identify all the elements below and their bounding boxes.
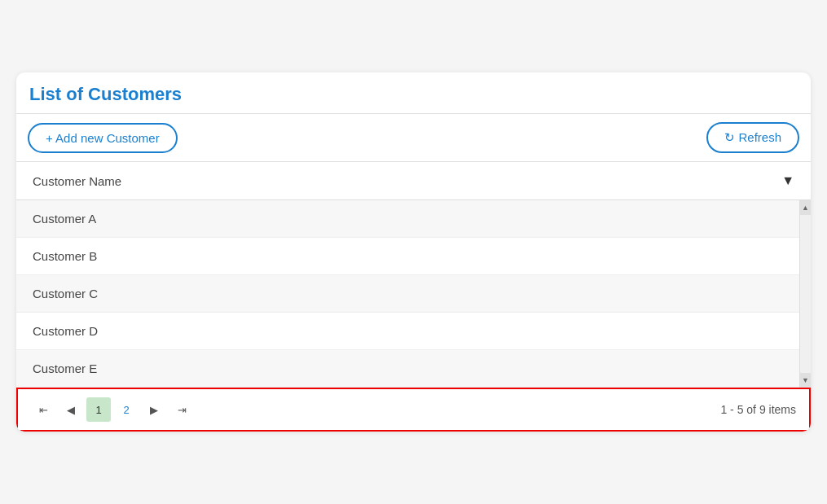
filter-icon[interactable]: ▼ [781, 173, 794, 188]
scroll-up-arrow[interactable]: ▲ [800, 200, 811, 215]
customer-list: Customer ACustomer BCustomer CCustomer D… [16, 200, 811, 388]
prev-page-button[interactable]: ◀ [59, 397, 83, 422]
customers-panel: List of Customers + Add new Customer ↻ R… [16, 72, 811, 432]
scrollbar-track: ▲ ▼ [799, 200, 811, 388]
table-header: Customer Name ▼ [16, 162, 811, 200]
last-page-button[interactable]: ⇥ [169, 397, 194, 422]
table-row[interactable]: Customer E [16, 350, 811, 388]
table-row[interactable]: Customer A [16, 200, 811, 238]
table-row[interactable]: Customer D [16, 313, 811, 350]
page-2-button[interactable]: 2 [114, 397, 139, 422]
first-page-button[interactable]: ⇤ [31, 397, 55, 422]
page-title: List of Customers [16, 72, 811, 113]
customer-list-wrapper: Customer ACustomer BCustomer CCustomer D… [16, 200, 811, 388]
toolbar: + Add new Customer ↻ Refresh [16, 113, 811, 162]
page-1-button[interactable]: 1 [86, 397, 111, 422]
add-customer-button[interactable]: + Add new Customer [28, 123, 178, 153]
customer-name-column-header: Customer Name [33, 174, 121, 188]
pagination-bar: ⇤ ◀ 12▶ ⇥ 1 - 5 of 9 items [16, 388, 811, 432]
table-row[interactable]: Customer B [16, 238, 811, 275]
table-row[interactable]: Customer C [16, 275, 811, 313]
next-page-button[interactable]: ▶ [142, 397, 166, 422]
refresh-button[interactable]: ↻ Refresh [706, 122, 799, 153]
scroll-down-arrow[interactable]: ▼ [800, 373, 811, 388]
page-info: 1 - 5 of 9 items [720, 403, 796, 416]
pagination-controls: ⇤ ◀ 12▶ ⇥ [31, 397, 194, 422]
